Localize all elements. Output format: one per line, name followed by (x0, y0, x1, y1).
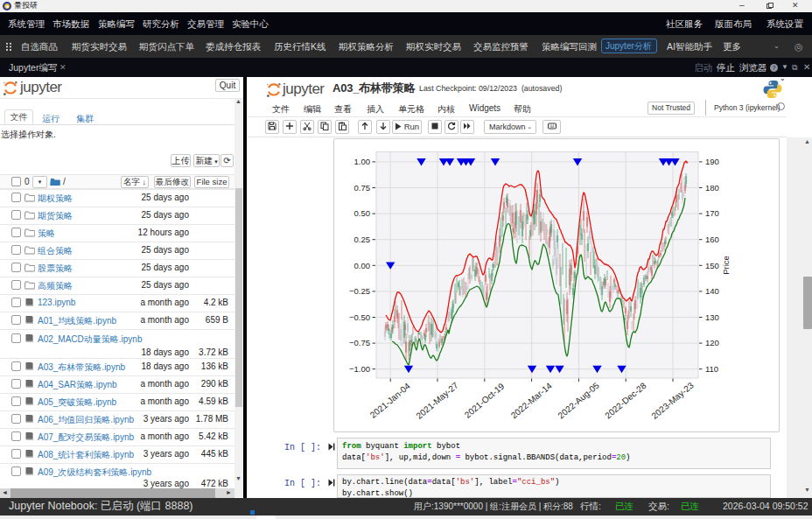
svg-text:120: 120 (705, 338, 719, 347)
svg-text:2021-Jan-04: 2021-Jan-04 (368, 381, 412, 420)
svg-text:0.25: 0.25 (354, 235, 371, 244)
svg-text:1.00: 1.00 (354, 157, 371, 166)
svg-text:2022-Mar-14: 2022-Mar-14 (509, 381, 554, 421)
svg-text:130: 130 (705, 312, 719, 322)
svg-text:0.00: 0.00 (354, 261, 371, 270)
svg-text:2023-May-23: 2023-May-23 (650, 380, 696, 421)
svg-text:Price: Price (721, 256, 731, 275)
svg-text:2022-Dec-28: 2022-Dec-28 (603, 381, 648, 421)
svg-text:190: 190 (705, 157, 719, 166)
svg-text:2021-Oct-19: 2021-Oct-19 (463, 381, 507, 419)
svg-text:170: 170 (705, 208, 719, 218)
svg-text:180: 180 (705, 183, 719, 193)
svg-text:110: 110 (705, 364, 718, 374)
svg-text:−0.25: −0.25 (349, 286, 370, 296)
svg-text:2021-May-27: 2021-May-27 (415, 380, 461, 421)
svg-text:2022-Aug-05: 2022-Aug-05 (556, 381, 601, 421)
svg-text:0.50: 0.50 (354, 208, 371, 218)
svg-text:−1.00: −1.00 (349, 364, 370, 374)
svg-text:160: 160 (705, 235, 719, 244)
svg-text:−0.75: −0.75 (349, 338, 370, 347)
svg-text:150: 150 (705, 261, 719, 270)
svg-text:−0.50: −0.50 (349, 312, 370, 322)
svg-text:0.75: 0.75 (354, 183, 371, 193)
svg-text:140: 140 (705, 286, 719, 296)
